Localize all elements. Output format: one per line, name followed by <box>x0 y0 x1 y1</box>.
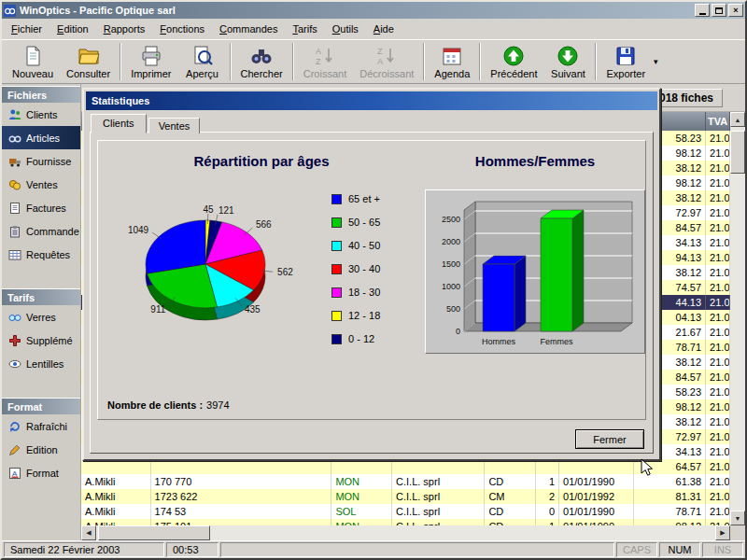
cell-tva: 21.0 <box>706 220 730 235</box>
cell-tva: 21.0 <box>706 131 730 146</box>
toolbar-suivant[interactable]: Suivant <box>543 41 592 82</box>
sidebar-item-clients[interactable]: Clients <box>2 103 80 126</box>
toolbar-apercu[interactable]: Aperçu <box>178 41 227 82</box>
table-row[interactable]: A.Mikli174 53SOLC.I.L. sprlCD001/01/1990… <box>81 504 730 519</box>
scroll-right-button[interactable]: ▶ <box>715 525 730 540</box>
sidebar-item-rafraichi[interactable]: Rafraîchi <box>2 414 80 438</box>
sidebar-item-format[interactable]: AFormat <box>2 461 80 484</box>
age-chart-section: Répartition par âges 4512156656243591110… <box>98 141 425 419</box>
sidebar: FichiersClientsArticlesFournisseVentesFa… <box>2 84 81 540</box>
sidebar-item-verres[interactable]: Verres <box>2 305 80 329</box>
tab-clients[interactable]: Clients <box>91 114 147 133</box>
sidebar-item-label: Edition <box>26 444 58 455</box>
sidebar-section-format[interactable]: Format <box>2 398 80 414</box>
legend-label: 65 et + <box>348 193 380 204</box>
pie-legend: 65 et +50 - 6540 - 5030 - 4018 - 3012 - … <box>331 193 380 369</box>
sidebar-item-fournisse[interactable]: Fournisse <box>2 149 80 173</box>
toolbar-separator <box>292 43 294 80</box>
cell-date: 01/01/1990 <box>559 474 634 489</box>
vertical-scrollbar[interactable]: ▲ ▼ <box>730 112 745 525</box>
cell-type: SOL <box>331 504 392 519</box>
svg-text:1049: 1049 <box>128 225 149 235</box>
close-button[interactable]: × <box>728 4 743 17</box>
sidebar-item-edition[interactable]: Edition <box>2 438 80 461</box>
svg-text:1500: 1500 <box>442 259 460 269</box>
scroll-down-button[interactable]: ▼ <box>730 511 745 525</box>
menu-edition[interactable]: Edition <box>49 21 96 37</box>
toolbar-chercher[interactable]: Chercher <box>234 41 289 82</box>
vertical-scroll-thumb[interactable] <box>730 131 745 174</box>
menu-aide[interactable]: Aide <box>366 21 402 37</box>
table-row[interactable]: A.Mikli175 101MONC.I.L. sprlCD101/01/199… <box>81 519 730 525</box>
toolbar-consulter[interactable]: Consulter <box>60 41 117 82</box>
indicator-ins: INS <box>702 542 743 557</box>
legend-label: 50 - 65 <box>348 217 380 228</box>
cell-tva: 21.0 <box>706 175 730 190</box>
legend-swatch <box>331 334 342 344</box>
cell-tva: 21.0 <box>706 474 730 489</box>
menu-tarifs[interactable]: Tarifs <box>285 21 324 37</box>
sidebar-item-label: Lentilles <box>26 358 63 370</box>
age-pie-chart: 451215665624359111049 <box>98 173 331 369</box>
sidebar-item-suppleme[interactable]: Supplémé <box>2 329 80 352</box>
sidebar-section-items: VerresSuppléméLentilles <box>2 305 80 375</box>
fermer-button[interactable]: Fermer <box>575 429 644 449</box>
window-titlebar[interactable]: WinOptics - Pacific Optique sarl × <box>2 2 745 19</box>
cell-code <box>485 459 536 474</box>
cell-tva: 21.0 <box>706 265 730 280</box>
sidebar-item-label: Commande <box>26 226 79 237</box>
printer-icon <box>140 45 162 67</box>
sidebar-item-lentilles[interactable]: Lentilles <box>2 352 80 375</box>
scroll-left-button[interactable]: ◀ <box>81 525 96 540</box>
legend-item: 65 et + <box>331 193 380 204</box>
menu-outils[interactable]: Outils <box>325 21 366 37</box>
table-row[interactable]: A.Mikli170 770MONC.I.L. sprlCD101/01/199… <box>81 474 730 489</box>
toolbar-precedent[interactable]: Précédent <box>484 41 543 82</box>
horizontal-scroll-thumb[interactable] <box>98 525 210 540</box>
toolbar-button-label: Aperçu <box>186 68 218 79</box>
toolbar-separator <box>230 43 232 80</box>
sidebar-item-ventes[interactable]: Ventes <box>2 173 80 196</box>
legend-swatch <box>331 264 342 274</box>
cell-brand: A.Mikli <box>81 489 151 504</box>
toolbar-nouveau[interactable]: Nouveau <box>6 41 60 82</box>
scroll-up-button[interactable]: ▲ <box>730 112 745 127</box>
cell-date: 01/01/1990 <box>559 504 634 519</box>
table-row[interactable]: 64.5721.0 <box>81 459 730 474</box>
dialog-titlebar[interactable]: Statistiques <box>86 91 657 110</box>
queries-icon <box>8 248 21 261</box>
sidebar-item-commande[interactable]: Commande <box>2 219 80 243</box>
toolbar-overflow-chevron[interactable]: ▾ <box>652 55 660 68</box>
menu-commandes[interactable]: Commandes <box>212 21 285 37</box>
sidebar-item-articles[interactable]: Articles <box>2 126 80 149</box>
toolbar-button-label: Suivant <box>551 68 585 79</box>
toolbar-button-label: Décroissant <box>359 68 414 79</box>
menu-fonctions[interactable]: Fonctions <box>152 21 212 37</box>
table-row[interactable]: A.Mikli1723 622MONC.I.L. sprlCM201/01/19… <box>81 489 730 504</box>
sales-icon <box>8 178 21 191</box>
maximize-button[interactable] <box>712 4 726 17</box>
tab-ventes[interactable]: Ventes <box>148 118 201 133</box>
svg-text:45: 45 <box>203 204 214 215</box>
legend-swatch <box>331 241 342 251</box>
toolbar-button-label: Consulter <box>66 68 110 79</box>
sidebar-item-requetes[interactable]: Requêtes <box>2 243 80 266</box>
column-header-tva[interactable]: TVA <box>706 112 730 131</box>
minimize-button[interactable] <box>695 4 710 17</box>
toolbar-imprimer[interactable]: Imprimer <box>124 41 177 82</box>
status-filler <box>220 542 614 557</box>
sidebar-item-label: Ventes <box>26 179 58 190</box>
menu-rapports[interactable]: Rapports <box>96 21 153 37</box>
cell-date: 01/01/1990 <box>559 519 634 525</box>
sidebar-section-fichiers[interactable]: Fichiers <box>2 86 80 103</box>
menu-fichier[interactable]: Fichier <box>4 21 49 37</box>
sidebar-item-label: Fournisse <box>26 156 71 167</box>
horizontal-scrollbar[interactable]: ◀ ▶ <box>81 525 730 540</box>
toolbar-exporter[interactable]: Exporter <box>599 41 652 82</box>
svg-text:2500: 2500 <box>442 215 460 224</box>
toolbar-agenda[interactable]: Agenda <box>428 41 476 82</box>
cell-tva: 21.0 <box>706 489 730 504</box>
sidebar-item-factures[interactable]: Factures <box>2 196 80 219</box>
cell-type <box>331 459 392 474</box>
sidebar-section-tarifs[interactable]: Tarifs <box>2 288 80 305</box>
